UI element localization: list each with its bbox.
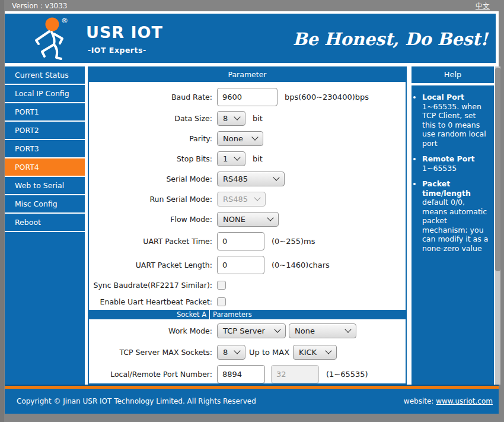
- kick-policy-select[interactable]: KICK: [293, 345, 337, 360]
- serial-mode-value: RS485: [223, 174, 248, 183]
- kick-policy-value: KICK: [299, 348, 317, 357]
- form-row-flow-mode: Flow Mode: NONE: [89, 209, 406, 229]
- help-panel-title: Help: [412, 66, 494, 83]
- parity-label: Parity:: [89, 134, 212, 143]
- data-size-select[interactable]: 8: [217, 111, 245, 126]
- chevron-down-icon: [234, 154, 240, 160]
- footer: Copyright © Jinan USR IOT Technology Lim…: [5, 389, 499, 414]
- help-item-text: default 0/0, means automatic packet mech…: [422, 198, 492, 253]
- form-row-stop-bits: Stop Bits: 1 bit: [89, 148, 406, 169]
- form-row-serial-mode: Serial Mode: RS485: [89, 169, 406, 189]
- sidebar-item-reboot[interactable]: Reboot: [5, 214, 85, 231]
- form-row-max-sockets: TCP Server MAX Sockets: 8 Up to MAX KICK: [89, 342, 406, 362]
- serial-mode-label: Serial Mode:: [89, 174, 212, 183]
- work-sub-mode-value: None: [295, 326, 315, 335]
- port-number-hint: (1~65535): [326, 370, 368, 379]
- stop-bits-hint: bit: [253, 154, 263, 163]
- uart-packet-time-hint: (0~255)ms: [272, 237, 315, 246]
- sidebar-item-port3[interactable]: PORT3: [5, 140, 85, 157]
- uart-packet-length-label: UART Packet Length:: [89, 261, 212, 269]
- sidebar-item-local-ip-config[interactable]: Local IP Config: [5, 85, 85, 102]
- flow-mode-label: Flow Mode:: [89, 215, 212, 224]
- uart-packet-time-label: UART Packet Time:: [89, 237, 212, 246]
- heartbeat-label: Enable Uart Heartbeat Packet:: [89, 297, 212, 306]
- website-label: website:: [404, 397, 434, 405]
- form-row-uart-packet-length: UART Packet Length: (0~1460)chars: [89, 253, 406, 277]
- form-row-data-size: Data Size: 8 bit: [89, 108, 406, 128]
- parameter-panel: Parameter Baud Rate: bps(600~230400)bps …: [88, 66, 407, 385]
- sync-baudrate-checkbox[interactable]: [217, 281, 226, 290]
- sidebar-item-port4[interactable]: PORT4: [5, 158, 85, 176]
- work-sub-mode-select[interactable]: None: [289, 323, 356, 338]
- uart-packet-time-input[interactable]: [217, 232, 264, 250]
- local-port-input[interactable]: [217, 365, 265, 383]
- chevron-down-icon: [234, 347, 240, 354]
- form-row-run-serial-mode: Run Serial Mode: RS485: [89, 189, 406, 209]
- sidebar-filler: [5, 232, 85, 385]
- window-edge: [0, 0, 4, 422]
- sidebar-item-misc-config[interactable]: Misc Config: [5, 195, 85, 212]
- help-item-title: Packet time/length: [422, 179, 492, 198]
- brand-tagline: -IOT Experts-: [88, 46, 163, 55]
- chevron-down-icon: [251, 134, 258, 140]
- stop-bits-select[interactable]: 1: [217, 151, 245, 166]
- run-serial-mode-select: RS485: [217, 192, 266, 207]
- baud-rate-input[interactable]: [217, 88, 277, 106]
- usr-logo-icon: ®: [31, 15, 71, 62]
- uart-packet-length-input[interactable]: [217, 256, 264, 274]
- help-item-title: Local Port: [422, 93, 492, 102]
- data-size-label: Data Size:: [89, 114, 212, 123]
- scrollbar[interactable]: [495, 66, 500, 385]
- work-mode-select[interactable]: TCP Server: [217, 323, 286, 338]
- scrollbar-thumb[interactable]: [495, 68, 500, 271]
- help-panel: Help Local Port 1~65535. when TCP Client…: [412, 66, 494, 385]
- parity-value: None: [223, 134, 243, 143]
- heartbeat-checkbox[interactable]: [217, 297, 226, 306]
- stop-bits-label: Stop Bits:: [89, 154, 212, 163]
- form-row-port-number: Local/Remote Port Number: (1~65535): [89, 362, 406, 385]
- help-item-title: Remote Port: [422, 154, 492, 164]
- svg-text:®: ®: [61, 17, 68, 25]
- help-list: Local Port 1~65535. when TCP Client, set…: [413, 93, 492, 253]
- socket-a-section-header: Socket A Parameters: [89, 310, 406, 319]
- max-sockets-select[interactable]: 8: [217, 345, 245, 360]
- run-serial-mode-label: Run Serial Mode:: [89, 195, 212, 204]
- form-row-parity: Parity: None: [89, 128, 406, 148]
- help-item-text: 1~65535. when TCP Client, set this to 0 …: [422, 102, 492, 148]
- serial-mode-select[interactable]: RS485: [217, 172, 285, 186]
- parameter-panel-title: Parameter: [89, 68, 406, 82]
- sidebar-item-current-status[interactable]: Current Status: [5, 66, 85, 84]
- port-number-label: Local/Remote Port Number:: [89, 370, 212, 379]
- baud-rate-hint: bps(600~230400)bps: [285, 93, 369, 101]
- data-size-value: 8: [223, 114, 228, 123]
- chevron-down-icon: [273, 174, 279, 180]
- form-row-work-mode: Work Mode: TCP Server None: [89, 319, 406, 342]
- data-size-hint: bit: [253, 114, 263, 123]
- flow-mode-select[interactable]: NONE: [217, 212, 279, 227]
- help-separator: [412, 83, 494, 85]
- flow-mode-value: NONE: [223, 215, 245, 224]
- form-row-sync-baudrate: Sync Baudrate(RF2217 Similar):: [89, 277, 406, 293]
- parity-select[interactable]: None: [217, 131, 263, 146]
- stop-bits-value: 1: [223, 154, 228, 163]
- copyright-text: Copyright © Jinan USR IOT Technology Lim…: [17, 397, 256, 405]
- help-item-text: 1~65535: [422, 164, 492, 173]
- slogan-text: Be Honest, Do Best!: [293, 29, 488, 49]
- form-row-heartbeat: Enable Uart Heartbeat Packet:: [89, 293, 406, 310]
- chevron-down-icon: [274, 326, 280, 332]
- help-item-local-port: Local Port 1~65535. when TCP Client, set…: [422, 93, 492, 148]
- sidebar-item-web-to-serial[interactable]: Web to Serial: [5, 177, 85, 194]
- parameter-form: Baud Rate: bps(600~230400)bps Data Size:…: [89, 82, 406, 385]
- brand-block: USR IOT -IOT Experts-: [86, 23, 163, 55]
- socket-a-section-left: Socket A: [89, 310, 209, 319]
- form-row-uart-packet-time: UART Packet Time: (0~255)ms: [89, 229, 406, 253]
- website-link[interactable]: www.usriot.com: [436, 397, 493, 405]
- help-item-remote-port: Remote Port 1~65535: [422, 154, 492, 173]
- page: Version : v3033 中文 ® USR IOT -IOT Expert…: [0, 0, 504, 422]
- socket-a-section-right: Parameters: [210, 310, 252, 319]
- sidebar-item-port2[interactable]: PORT2: [5, 122, 85, 139]
- language-link[interactable]: 中文: [476, 1, 490, 11]
- form-row-baud-rate: Baud Rate: bps(600~230400)bps: [89, 85, 406, 108]
- sidebar-item-port1[interactable]: PORT1: [5, 103, 85, 120]
- chevron-down-icon: [267, 214, 273, 221]
